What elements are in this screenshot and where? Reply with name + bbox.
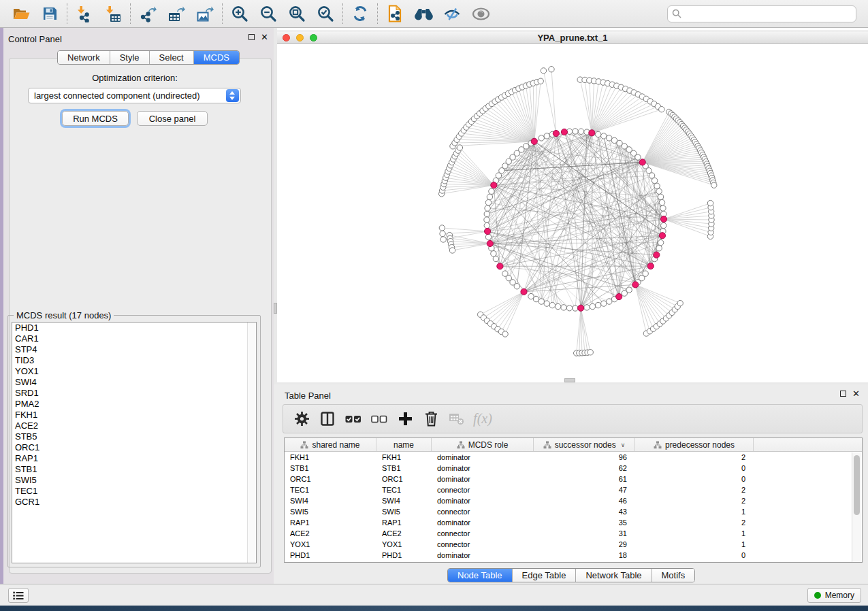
mcds-result-item[interactable]: STB1 (12, 464, 256, 475)
mcds-hub-node[interactable] (497, 263, 503, 269)
network-node[interactable] (711, 182, 717, 188)
mcds-hub-node[interactable] (491, 182, 497, 188)
mcds-hub-node[interactable] (654, 252, 660, 258)
network-node[interactable] (484, 217, 489, 222)
network-node[interactable] (578, 129, 583, 134)
network-node[interactable] (485, 205, 490, 211)
network-node[interactable] (555, 303, 560, 309)
network-node[interactable] (654, 183, 660, 188)
mcds-hub-node[interactable] (660, 216, 666, 222)
tab-select[interactable]: Select (150, 51, 194, 64)
mcds-result-item[interactable]: YOX1 (12, 366, 256, 377)
tab-motifs[interactable]: Motifs (652, 569, 695, 582)
column-header-predecessor-nodes[interactable]: predecessor nodes (635, 438, 754, 451)
export-network-button[interactable] (133, 2, 162, 25)
network-node[interactable] (573, 306, 578, 311)
tab-edge-table[interactable]: Edge Table (513, 569, 577, 582)
network-node[interactable] (457, 145, 462, 150)
network-node[interactable] (544, 133, 549, 139)
network-node[interactable] (440, 237, 446, 242)
table-options-gear-button[interactable] (291, 408, 312, 430)
network-node[interactable] (549, 67, 554, 72)
network-node[interactable] (485, 234, 491, 240)
table-row[interactable]: TEC1TEC1connector472 (285, 484, 850, 495)
table-scrollbar[interactable] (852, 452, 861, 562)
network-node[interactable] (595, 302, 600, 308)
tab-node-table[interactable]: Node Table (448, 569, 513, 582)
network-node[interactable] (659, 199, 664, 205)
network-node[interactable] (584, 305, 590, 310)
export-table-button[interactable] (162, 2, 191, 25)
mcds-hub-node[interactable] (632, 282, 639, 288)
zoom-selected-button[interactable] (311, 2, 340, 25)
mcds-hub-node[interactable] (487, 240, 493, 246)
import-table-button[interactable] (99, 2, 127, 25)
tab-mcds[interactable]: MCDS (194, 51, 239, 64)
add-column-button[interactable] (395, 408, 415, 430)
save-session-button[interactable] (35, 2, 64, 25)
mcds-hub-node[interactable] (531, 138, 537, 144)
mcds-hub-node[interactable] (647, 263, 654, 269)
mcds-result-item[interactable]: STB5 (12, 431, 256, 442)
network-node[interactable] (658, 240, 663, 245)
network-node[interactable] (493, 256, 498, 261)
table-row[interactable]: SWI5SWI5connector431 (285, 506, 850, 517)
mcds-result-item[interactable]: ORC1 (12, 442, 256, 453)
run-mcds-button[interactable]: Run MCDS (62, 111, 129, 126)
network-node[interactable] (656, 246, 662, 251)
network-node[interactable] (595, 131, 600, 137)
mcds-hub-node[interactable] (639, 159, 645, 165)
network-node[interactable] (622, 291, 627, 296)
mcds-result-item[interactable]: FKH1 (12, 410, 256, 420)
network-node[interactable] (601, 301, 607, 306)
zoom-fit-button[interactable] (283, 2, 311, 25)
delete-column-button[interactable] (421, 408, 441, 430)
network-node[interactable] (440, 231, 445, 236)
table-row[interactable]: ORC1ORC1dominator610 (285, 474, 850, 484)
mcds-hub-node[interactable] (589, 130, 595, 136)
task-history-button[interactable] (8, 588, 29, 603)
mcds-result-item[interactable]: STP4 (12, 344, 256, 355)
network-node[interactable] (658, 194, 663, 199)
network-node[interactable] (607, 299, 612, 304)
network-node[interactable] (502, 331, 508, 337)
find-binoculars-button[interactable] (409, 2, 438, 25)
network-node[interactable] (656, 188, 662, 194)
network-canvas[interactable] (277, 44, 868, 382)
network-node[interactable] (677, 300, 683, 306)
float-panel-icon[interactable] (248, 34, 255, 40)
network-node[interactable] (487, 194, 492, 199)
table-row[interactable]: FKH1FKH1dominator962 (285, 452, 850, 463)
network-node[interactable] (539, 135, 544, 141)
network-node[interactable] (573, 129, 578, 134)
mcds-hub-node[interactable] (578, 305, 584, 311)
network-file-button[interactable] (381, 2, 409, 25)
mcds-result-item[interactable]: SWI4 (12, 377, 256, 388)
table-row[interactable]: RAP1RAP1dominator352 (285, 517, 850, 528)
network-node[interactable] (528, 293, 534, 299)
mcds-hub-node[interactable] (659, 233, 665, 239)
tab-network[interactable]: Network (58, 51, 110, 64)
tab-style[interactable]: Style (110, 51, 150, 64)
network-node[interactable] (652, 178, 657, 183)
mcds-result-item[interactable]: ACE2 (12, 420, 256, 431)
network-node[interactable] (489, 188, 494, 194)
network-node[interactable] (659, 106, 664, 112)
column-header-name[interactable]: name (376, 438, 432, 451)
network-node[interactable] (566, 306, 572, 311)
select-all-rows-button[interactable] (343, 408, 364, 430)
memory-button[interactable]: Memory (807, 588, 861, 603)
network-node[interactable] (538, 78, 543, 84)
column-header-successor-nodes[interactable]: successor nodes∨ (534, 438, 635, 451)
deselect-all-rows-button[interactable] (369, 408, 389, 430)
network-node[interactable] (449, 248, 455, 253)
network-node[interactable] (607, 135, 612, 141)
mcds-hub-node[interactable] (616, 293, 622, 299)
table-row[interactable]: SWI4SWI4dominator462 (285, 495, 850, 506)
network-node[interactable] (707, 200, 713, 205)
network-node[interactable] (484, 211, 489, 216)
open-file-button[interactable] (7, 2, 35, 25)
mcds-result-item[interactable]: RAP1 (12, 453, 256, 464)
network-node[interactable] (561, 305, 566, 310)
network-node[interactable] (661, 222, 666, 228)
